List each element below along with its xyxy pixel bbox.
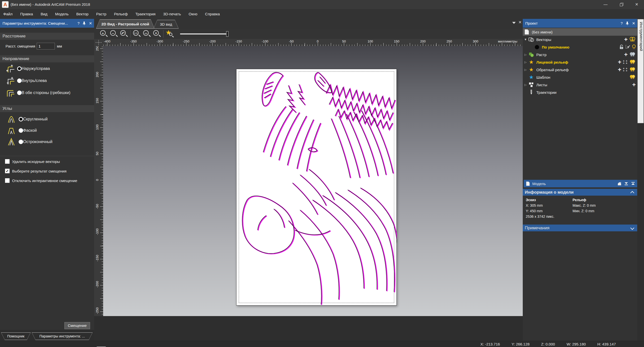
zoom-fit-icon[interactable]: ✕ [153, 30, 161, 38]
tree-item-raster[interactable]: ▷ Растр + [523, 51, 637, 58]
template-star-icon: ★ [528, 74, 534, 80]
send-to-top-icon[interactable] [631, 182, 635, 186]
model-section-header[interactable]: Модель [524, 180, 637, 187]
view-close-icon[interactable]: ✕ [518, 20, 522, 25]
visibility-bulbs-gray-icon[interactable] [629, 52, 636, 57]
zoom-slider[interactable] [180, 30, 230, 38]
radio-sharp[interactable] [19, 140, 23, 144]
status-h: H: 439.147 [597, 342, 616, 346]
offset-distance-label: Расст. смещения [6, 44, 35, 48]
radio-round[interactable] [19, 117, 23, 121]
menu-item[interactable]: Правка [17, 9, 36, 19]
checkbox-select-result[interactable]: ✓ [5, 169, 10, 173]
tab-2d-view[interactable]: 2D Вид - Растровый слой [96, 19, 154, 29]
close-button[interactable]: ✕ [630, 0, 643, 9]
close-icon[interactable]: ✕ [632, 19, 635, 28]
expand-open-icon[interactable]: ▼ [523, 38, 528, 41]
bulb-icon[interactable] [632, 44, 636, 50]
zoom-out-icon[interactable]: − [110, 30, 118, 38]
send-to-bottom-icon[interactable] [624, 182, 628, 186]
add-icon[interactable]: + [632, 82, 636, 87]
tree-item-sheets[interactable]: ▷ Листы + [523, 81, 637, 89]
visibility-bulbs-icon[interactable] [629, 59, 636, 65]
collapse-icon[interactable] [630, 191, 634, 195]
snap-icon[interactable] [625, 45, 631, 50]
restore-icon [620, 3, 623, 6]
visibility-bulbs-icon[interactable] [629, 74, 636, 80]
checkbox-disable-interactive[interactable] [5, 178, 10, 183]
status-y: Y: 266.128 [511, 342, 530, 346]
zoom-rectangle-icon[interactable]: ▭ [143, 30, 151, 38]
direction-option-outside[interactable]: Наружу/справа [0, 64, 94, 73]
zoom-slider-handle[interactable] [226, 31, 228, 37]
tab-3d-view[interactable]: 3D вид [153, 20, 179, 29]
radio-outside[interactable] [17, 66, 22, 71]
pin-icon[interactable] [83, 21, 86, 25]
corner-option-chamfer[interactable]: Фаской [0, 126, 94, 135]
expand-closed-icon[interactable]: ▷ [523, 53, 528, 56]
menu-item[interactable]: Вектор [73, 9, 92, 19]
model-info-header[interactable]: Информация о модели [523, 189, 637, 196]
tree-item-back-relief[interactable]: ▷ ★ Обратный рельеф + + ++ + [523, 66, 637, 73]
restore-button[interactable] [615, 0, 628, 9]
expand-closed-icon[interactable]: ▷ [523, 83, 528, 86]
corner-option-sharp[interactable]: Остроконечный [0, 138, 94, 146]
tree-item-vectors[interactable]: ▼ Векторы + [523, 36, 637, 43]
menu-item[interactable]: Растр [93, 9, 110, 19]
tree-item-template[interactable]: ★ Шаблон [523, 73, 637, 81]
unlock-icon[interactable] [619, 45, 624, 50]
zoom-1to1-icon[interactable]: 1:1 [133, 30, 141, 38]
model-page[interactable] [236, 69, 397, 306]
menu-item[interactable]: 3D-печать [160, 9, 184, 19]
add-icon[interactable]: + [618, 60, 621, 65]
notes-header[interactable]: Примечания [523, 225, 637, 231]
menu-item[interactable]: Окно [185, 9, 201, 19]
pin-icon[interactable] [626, 21, 629, 25]
checkbox-delete-vectors[interactable] [5, 159, 10, 164]
tree-item-toolpaths[interactable]: Траектории [523, 89, 637, 96]
minimize-button[interactable]: — [599, 0, 612, 9]
menu-item[interactable]: Справка [202, 9, 223, 19]
menu-item[interactable]: Траектория [132, 9, 159, 19]
expand-closed-icon[interactable]: ▷ [523, 68, 528, 71]
tree-item-default-layer[interactable]: По умолчанию [523, 43, 637, 51]
corner-option-round[interactable]: Скругленный [0, 115, 94, 123]
help-icon[interactable]: ? [77, 19, 79, 28]
tree-item-model-root[interactable]: (Без имени) [523, 28, 637, 36]
tree-item-front-relief[interactable]: ▷ ★ Лицевой рельеф + + ++ + [523, 58, 637, 66]
zoom-in-icon[interactable]: + [100, 30, 108, 38]
tab-tool-params[interactable]: Параметры инструмента: ... [32, 332, 93, 340]
expand-closed-icon[interactable]: ▷ [523, 61, 528, 64]
menu-item[interactable]: Вид [37, 9, 51, 19]
merge-icon[interactable]: + ++ + [623, 67, 628, 72]
add-icon[interactable]: + [624, 52, 628, 57]
radio-both[interactable] [17, 91, 22, 95]
layer-color-icon[interactable] [534, 44, 540, 50]
direction-option-inside[interactable]: Внутрь/слева [0, 76, 94, 85]
add-icon[interactable]: + [618, 67, 621, 72]
menu-item[interactable]: Модель [52, 9, 72, 19]
menu-item[interactable]: Файл [0, 9, 16, 19]
direction-option-both[interactable]: В обе стороны (гребешки) [0, 89, 94, 97]
drawing-viewport[interactable] [103, 46, 523, 316]
expand-icon[interactable] [630, 226, 634, 230]
zoom-previous-icon[interactable]: ↶ [120, 30, 128, 38]
menu-item[interactable]: Рельеф [111, 9, 131, 19]
radio-inside[interactable] [17, 78, 22, 83]
radio-chamfer[interactable] [19, 128, 23, 133]
close-icon[interactable]: ✕ [89, 19, 92, 28]
help-icon[interactable]: ? [621, 19, 623, 28]
zoom-selected-vectors-icon[interactable]: ★ [166, 30, 175, 38]
offset-distance-input[interactable] [37, 43, 55, 50]
apply-offset-button[interactable]: Смещение [64, 322, 90, 329]
tab-assistant[interactable]: Помощник [1, 332, 31, 340]
visibility-bulbs-icon[interactable] [629, 67, 636, 72]
ruler-unit-label: миллиметры [498, 39, 517, 43]
vertical-ruler: 250200150100500-50-100-150-200-250 [94, 46, 103, 316]
add-icon[interactable]: + [624, 37, 628, 42]
toolbox-vertical-tab[interactable]: Инструментарий [637, 19, 644, 123]
visibility-bulbs-icon[interactable] [629, 37, 636, 42]
tab-list-dropdown-icon[interactable] [512, 22, 516, 24]
home-icon[interactable] [617, 182, 622, 186]
merge-icon[interactable]: + ++ + [623, 60, 628, 64]
